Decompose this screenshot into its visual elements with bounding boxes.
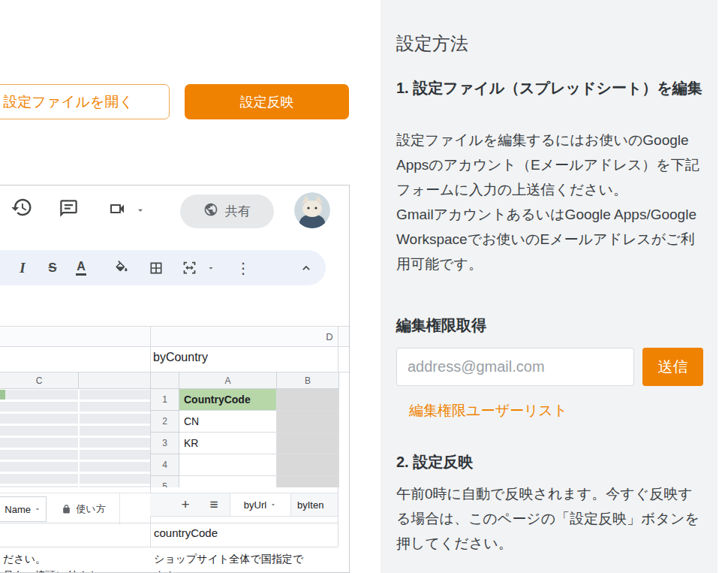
column-header-b[interactable]: B: [277, 372, 339, 389]
cell-note-right[interactable]: ショップサイト全体で国指定で ます: [154, 550, 334, 573]
italic-icon[interactable]: I: [12, 250, 33, 285]
left-sheet-rows: [0, 390, 150, 487]
share-button[interactable]: 共有: [180, 195, 274, 228]
caret-down-icon: [269, 501, 277, 508]
step1-body: 設定ファイルを編集するにはお使いのGoogle Appsのアカウント（Eメールア…: [396, 128, 705, 276]
gridline: [78, 390, 80, 487]
borders-icon[interactable]: [146, 250, 167, 285]
row-header[interactable]: 3: [151, 433, 179, 454]
sheet-cell[interactable]: [179, 476, 277, 487]
spreadsheet-preview: 共有 I S A: [0, 185, 350, 573]
cell-note-left[interactable]: ださい。 品名の接頭に付くキー: [3, 550, 147, 573]
more-options-icon[interactable]: ⋮: [233, 250, 254, 285]
lock-icon: [62, 504, 71, 514]
format-toolbar: I S A ⋮: [0, 250, 326, 285]
all-sheets-button[interactable]: ≡: [204, 493, 224, 516]
merge-cells-caret-icon[interactable]: [204, 250, 218, 285]
collapse-toolbar-icon[interactable]: [296, 250, 317, 285]
sheet-tab-usage[interactable]: 使い方: [48, 493, 120, 525]
left-sheet-tabbar: Name 使い方: [0, 493, 150, 524]
step1-heading: 1. 設定ファイル（スプレッドシート）を編集: [396, 77, 705, 100]
fill-color-icon[interactable]: [111, 250, 132, 285]
sheet-tab-label: Name: [5, 504, 31, 515]
sheet-cell[interactable]: KR: [179, 433, 277, 454]
gridline: [0, 523, 338, 523]
submit-button[interactable]: 送信: [642, 348, 703, 386]
sheet-tab-byurl[interactable]: byUrl: [230, 493, 291, 516]
sheet-cell[interactable]: [179, 454, 277, 476]
cell-countrycode[interactable]: countryCode: [154, 526, 218, 539]
open-config-file-button[interactable]: 設定ファイルを開く: [0, 84, 170, 119]
sheet-tab-label: byUrl: [244, 499, 266, 511]
row-header[interactable]: 5: [151, 476, 179, 487]
sheet-tab-label: 使い方: [76, 502, 105, 516]
merge-cells-icon[interactable]: [179, 250, 200, 285]
step2-body: 午前0時に自動で反映されます。今すぐ反映する場合は、このページの「設定反映」ボタ…: [396, 481, 705, 556]
column-header-d[interactable]: D: [321, 327, 338, 346]
strikethrough-icon[interactable]: S: [42, 250, 63, 285]
help-panel: 設定方法 1. 設定ファイル（スプレッドシート）を編集 設定ファイルを編集するに…: [381, 0, 717, 573]
row-header[interactable]: 4: [151, 454, 179, 476]
sheet-cell[interactable]: [277, 454, 339, 476]
sheet-cell[interactable]: CountryCode: [179, 389, 277, 411]
column-header-c[interactable]: C: [0, 372, 79, 388]
avatar[interactable]: [294, 192, 330, 228]
sheet-tab-byitem[interactable]: byIten: [297, 493, 323, 516]
sheet-cell[interactable]: [277, 389, 339, 411]
column-header-a[interactable]: A: [179, 372, 277, 389]
sheet-tab-name[interactable]: Name: [0, 496, 47, 522]
permission-label: 編集権限取得: [396, 315, 486, 336]
selected-cell-marker: [0, 390, 5, 400]
comment-icon[interactable]: [59, 198, 79, 222]
row-header[interactable]: 1: [151, 389, 179, 411]
sheet-cell[interactable]: [277, 433, 339, 454]
share-label: 共有: [225, 203, 251, 220]
step2-heading: 2. 設定反映: [396, 451, 705, 474]
caret-down-icon: [34, 505, 41, 513]
help-title: 設定方法: [396, 32, 468, 56]
sheet-corner[interactable]: [151, 372, 179, 389]
text-color-icon[interactable]: A: [71, 250, 92, 285]
video-call-icon[interactable]: [107, 200, 128, 221]
text-color-glyph: A: [76, 260, 86, 276]
history-icon[interactable]: [11, 196, 33, 222]
globe-icon: [203, 202, 218, 221]
add-sheet-button[interactable]: +: [176, 493, 195, 516]
country-sheet: A B 1 CountryCode 2 CN 3 KR 4: [150, 372, 339, 487]
gridline: [0, 547, 338, 547]
apply-settings-button[interactable]: 設定反映: [185, 84, 349, 119]
video-call-caret-icon[interactable]: [135, 205, 146, 219]
column-header-row: D: [0, 326, 350, 347]
row-header[interactable]: 2: [151, 411, 179, 433]
left-sheet-header: C: [0, 372, 150, 389]
sheet-cell[interactable]: CN: [179, 411, 277, 433]
email-input[interactable]: [396, 348, 634, 386]
user-list-link[interactable]: 編集権限ユーザーリスト: [409, 401, 567, 421]
sheet-cell[interactable]: [277, 476, 339, 487]
cell-bycountry[interactable]: byCountry: [153, 351, 208, 364]
country-sheet-tabbar: + ≡ byUrl byIten: [150, 493, 338, 517]
sheet-cell[interactable]: [277, 411, 339, 433]
